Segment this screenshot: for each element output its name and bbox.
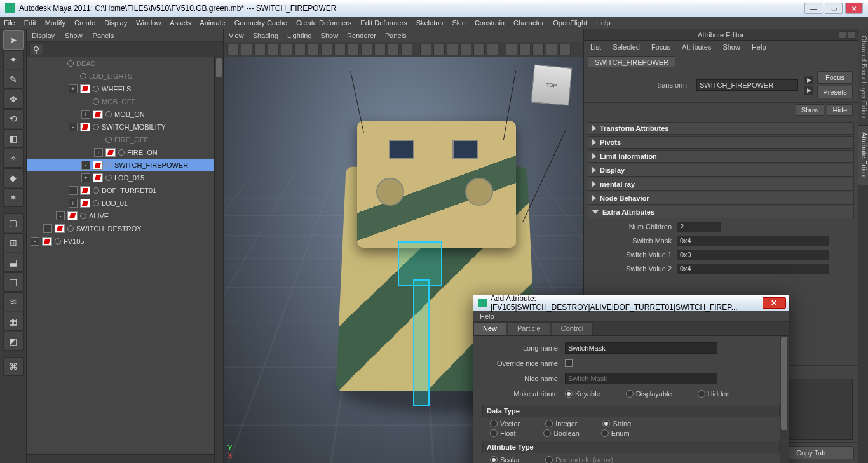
vp-icon[interactable] (308, 44, 319, 55)
show-button[interactable]: Show (796, 104, 825, 116)
tab-control[interactable]: Control (552, 322, 593, 335)
tab-particle[interactable]: Particle (508, 322, 550, 335)
menu-character[interactable]: Character (513, 19, 544, 27)
expander-icon[interactable]: + (69, 199, 78, 208)
radio-enum[interactable] (601, 429, 609, 437)
layout-four[interactable]: ⊞ (3, 233, 24, 252)
section-display[interactable]: Display (588, 164, 854, 177)
menu-window[interactable]: Window (136, 19, 161, 27)
dialog-close-button[interactable]: ✕ (763, 297, 786, 309)
vp-icon[interactable] (241, 44, 252, 55)
layout-two-h[interactable]: ⬓ (3, 253, 24, 272)
ae-dock-icon[interactable] (839, 31, 846, 39)
ae-menu-focus[interactable]: Focus (651, 43, 670, 51)
ae-menu-show[interactable]: Show (722, 43, 740, 51)
vp-menu-view[interactable]: View (229, 32, 244, 39)
switch-value-2-input[interactable] (677, 264, 829, 274)
menu-edit-deformers[interactable]: Edit Deformers (360, 19, 407, 27)
expander-icon[interactable]: - (69, 123, 78, 131)
tab-channel-box[interactable]: Channel Box / Layer Editor (858, 29, 868, 126)
move-tool[interactable]: ✥ (3, 90, 24, 109)
ae-close-icon[interactable] (848, 31, 855, 39)
scale-tool[interactable]: ◧ (3, 129, 24, 148)
vp-icon[interactable] (388, 44, 399, 55)
ae-node-tab[interactable]: SWITCH_FIREPOWER (588, 56, 675, 67)
view-cube[interactable]: TOP (531, 64, 572, 105)
vp-menu-renderer[interactable]: Renderer (347, 32, 376, 39)
show-manip-tool[interactable]: ✶ (3, 188, 24, 207)
universal-manip-tool[interactable]: ✧ (3, 149, 24, 168)
menu-display[interactable]: Display (104, 19, 127, 27)
section-limit[interactable]: Limit Information (588, 150, 854, 163)
close-button[interactable]: ✕ (845, 3, 863, 14)
radio-string[interactable] (602, 420, 610, 427)
focus-button[interactable]: Focus (817, 71, 853, 84)
expander-icon[interactable]: + (69, 84, 78, 93)
menu-animate[interactable]: Animate (200, 19, 225, 27)
transform-name-input[interactable] (696, 79, 798, 91)
lasso-tool[interactable]: ✦ (3, 50, 24, 69)
menu-openflight[interactable]: OpenFlight (553, 19, 587, 27)
section-extra[interactable]: Extra Attributes (588, 206, 854, 218)
ae-menu-list[interactable]: List (590, 43, 601, 51)
vp-icon[interactable] (348, 44, 359, 55)
radio-keyable[interactable] (565, 390, 573, 398)
menu-skin[interactable]: Skin (452, 19, 465, 27)
layout-two-v[interactable]: ◫ (3, 272, 24, 292)
ae-menu-attributes[interactable]: Attributes (682, 43, 711, 51)
tree-node[interactable]: +FIRE_ON (27, 146, 223, 159)
menu-modify[interactable]: Modify (45, 19, 65, 27)
vp-icon[interactable] (268, 44, 279, 55)
ae-menu-help[interactable]: Help (752, 43, 766, 51)
section-transform[interactable]: Transform Attributes (588, 122, 854, 135)
vp-icon[interactable] (519, 44, 531, 55)
outliner-menu-display[interactable]: Display (32, 32, 55, 39)
radio-scalar[interactable] (490, 456, 498, 463)
vp-icon[interactable] (281, 44, 292, 55)
tab-attribute-editor[interactable]: Attribute Editor (858, 126, 868, 185)
section-pivots[interactable]: Pivots (588, 136, 854, 149)
outliner-filter-icon[interactable]: ⚲ (29, 44, 43, 55)
vp-icon[interactable] (361, 44, 372, 55)
vp-icon[interactable] (227, 44, 239, 55)
menu-geometry-cache[interactable]: Geometry Cache (234, 19, 287, 27)
menu-create-deformers[interactable]: Create Deformers (296, 19, 351, 27)
layout-single[interactable]: ▢ (3, 213, 24, 232)
vp-icon[interactable] (487, 44, 498, 55)
menu-assets[interactable]: Assets (170, 19, 191, 27)
tree-node[interactable]: -ALIVE (27, 210, 223, 222)
expander-icon[interactable]: - (31, 237, 39, 246)
layout-hyper[interactable]: ▦ (3, 312, 24, 331)
switch-mask-input[interactable] (677, 236, 829, 246)
radio-hidden[interactable] (698, 390, 705, 398)
radio-boolean[interactable] (543, 429, 551, 437)
tab-new[interactable]: New (473, 322, 506, 335)
menu-constrain[interactable]: Constrain (475, 19, 505, 27)
tree-node[interactable]: -SWITCH_DESTROY (27, 222, 223, 235)
expander-icon[interactable]: + (81, 110, 90, 119)
soft-mod-tool[interactable]: ◆ (3, 168, 24, 187)
tree-node[interactable]: DEAD (27, 57, 223, 70)
tree-node[interactable]: +WHEELS (27, 83, 223, 95)
vp-icon[interactable] (433, 44, 445, 55)
vp-icon[interactable] (447, 44, 458, 55)
layout-persp[interactable]: ◩ (3, 332, 24, 351)
vp-icon[interactable] (559, 44, 571, 55)
vp-icon[interactable] (321, 44, 332, 55)
vp-menu-panels[interactable]: Panels (385, 32, 407, 39)
menu-help[interactable]: Help (596, 19, 611, 27)
expander-icon[interactable]: - (56, 211, 65, 220)
nav-down-icon[interactable]: ▶ (804, 86, 813, 95)
vp-menu-shading[interactable]: Shading (253, 32, 278, 39)
vp-icon[interactable] (473, 44, 485, 55)
presets-button[interactable]: Presets (817, 86, 853, 98)
vp-menu-lighting[interactable]: Lighting (287, 32, 312, 39)
tree-node[interactable]: -DOF_TURRET01 (27, 184, 223, 197)
dialog-help-menu[interactable]: Help (480, 312, 494, 320)
vp-icon[interactable] (294, 44, 306, 55)
vp-icon[interactable] (254, 44, 266, 55)
num-children-input[interactable] (677, 222, 721, 232)
minimize-button[interactable]: — (804, 3, 822, 14)
section-node-behavior[interactable]: Node Behavior (588, 192, 854, 205)
expander-icon[interactable]: + (94, 148, 103, 157)
